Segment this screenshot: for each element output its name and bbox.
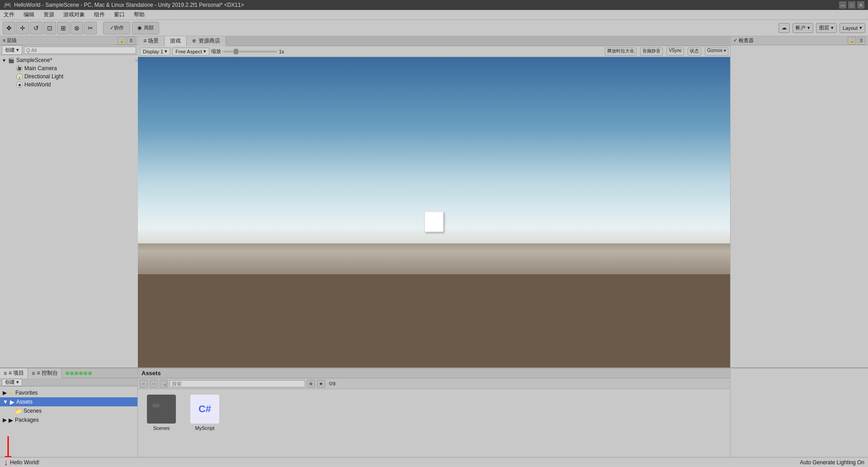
scale-tool-button[interactable]: ⊡	[43, 22, 56, 34]
progress-dot-6	[88, 372, 92, 375]
custom-editor-button[interactable]: ✂	[84, 22, 97, 34]
window-title: HelloWorld - SampleScene - PC, Mac & Lin…	[14, 2, 244, 8]
aspect-dropdown[interactable]: Free Aspect ▾	[172, 48, 209, 56]
hierarchy-menu-button[interactable]: ☰	[127, 37, 135, 45]
assets-arrow-icon: ▼	[3, 399, 8, 405]
game-tab[interactable]: 游戏	[165, 36, 187, 46]
hierarchy-item-main-camera[interactable]: 🎥 Main Camera	[0, 64, 138, 72]
assets-search-input[interactable]	[170, 380, 305, 387]
status-right-text: Auto Generate Lighting On	[800, 459, 864, 466]
scenes-folder-item[interactable]: 📁 Scenes	[0, 406, 137, 415]
move-tool-button[interactable]: ✛	[16, 22, 29, 34]
toolbar-right: ☁ 帐户 ▾ 图层 ▾ Layout ▾	[778, 23, 865, 33]
myscript-asset-item[interactable]: C# MyScript	[187, 395, 223, 431]
console-tab[interactable]: ≡ ≡ 控制台	[28, 368, 61, 378]
assets-root-item[interactable]: ▼ ▶ Assets	[0, 397, 137, 406]
rect-tool-button[interactable]: ⊞	[57, 22, 70, 34]
gizmos-button[interactable]: Gizmos ▾	[705, 48, 728, 56]
scene-file-icon: 🎬	[8, 57, 14, 63]
project-tab[interactable]: ≡ ≡ 项目	[0, 368, 28, 378]
aspect-label: Free Aspect	[175, 49, 202, 54]
assets-search-button[interactable]: 🔍	[160, 380, 168, 388]
myscript-asset-icon: C#	[190, 395, 219, 424]
menu-item-component[interactable]: 组件	[92, 10, 107, 19]
game-toolbar: Display 1 ▾ Free Aspect ▾ 缩放 1x	[138, 46, 730, 57]
inspector-menu-button[interactable]: ☰	[857, 37, 865, 45]
assets-main-panel: Assets ← → 🔍 ⊛ ★ ⊙ 9	[138, 368, 730, 467]
layout-dropdown[interactable]: Layout ▾	[840, 23, 865, 33]
hierarchy-search-input[interactable]	[24, 47, 136, 54]
assets-toolbar: ← → 🔍 ⊛ ★ ⊙ 9	[138, 378, 730, 389]
assets-forward-button[interactable]: →	[150, 380, 158, 388]
assets-star-button[interactable]: ★	[317, 380, 325, 388]
project-create-button[interactable]: 创建 ▾	[2, 379, 22, 386]
display-dropdown[interactable]: Display 1 ▾	[140, 48, 170, 56]
progress-dot-1	[66, 372, 69, 375]
zoom-value: 1x	[279, 49, 284, 54]
hierarchy-lock-button[interactable]: 🔒	[118, 37, 126, 45]
menu-item-file[interactable]: 文件	[2, 10, 16, 19]
main-camera-label: Main Camera	[24, 65, 57, 71]
mute-audio-button[interactable]: 音频静音	[640, 48, 663, 56]
transform-tool-button[interactable]: ⊛	[71, 22, 83, 34]
assets-filter-button[interactable]: ⊛	[307, 380, 315, 388]
services-button[interactable]: ◉ 局部	[132, 22, 159, 34]
packages-item[interactable]: ▶ ▶ Packages	[0, 415, 137, 424]
favorites-star-icon: ★	[9, 390, 14, 396]
progress-dot-4	[79, 372, 83, 375]
menu-item-assets[interactable]: 资源	[42, 10, 56, 19]
center-column: ≡ 场景 游戏 ⊕ 资源商店 Display 1 ▾	[138, 36, 730, 367]
myscript-asset-label: MyScript	[195, 425, 215, 431]
menu-item-gameobject[interactable]: 游戏对象	[61, 10, 87, 19]
close-button[interactable]: ✕	[857, 1, 864, 9]
scene-root-item[interactable]: ▼ 🎬 SampleScene* ≡	[0, 56, 138, 64]
scenes-label: Scenes	[24, 408, 42, 414]
scene-tab[interactable]: ≡ 场景	[138, 36, 165, 46]
project-tab-label: ≡ 项目	[9, 369, 24, 377]
zoom-slider-track[interactable]	[223, 51, 277, 52]
menu-item-help[interactable]: 帮助	[132, 10, 146, 19]
stats-button[interactable]: 状态	[688, 48, 701, 56]
hierarchy-item-directional-light[interactable]: 💡 Directional Light	[0, 72, 138, 81]
hand-tool-button[interactable]: ✥	[3, 22, 15, 34]
aspect-chevron-icon: ▾	[203, 48, 206, 54]
account-dropdown[interactable]: 帐户 ▾	[793, 23, 813, 33]
rotate-tool-button[interactable]: ↺	[30, 22, 42, 34]
helloworld-label: HelloWorld	[24, 81, 51, 88]
collab-label: ✓协作	[110, 24, 124, 31]
hierarchy-create-label: 创建 ▾	[5, 47, 19, 52]
zoom-label: 缩放	[211, 48, 221, 55]
game-canvas	[138, 57, 730, 367]
game-tab-label: 游戏	[170, 37, 181, 45]
scenes-asset-item[interactable]: Scenes	[143, 395, 179, 431]
zoom-control: 缩放 1x	[211, 48, 284, 55]
menu-item-edit[interactable]: 编辑	[22, 10, 36, 19]
cloud-button[interactable]: ☁	[778, 23, 790, 33]
assets-label: Assets	[16, 399, 33, 405]
game-object-cube	[425, 211, 443, 232]
hierarchy-item-helloworld[interactable]: ◉ HelloWorld	[0, 81, 138, 89]
project-tree: ▶ ★ Favorites ▼ ▶ Assets 📁	[0, 386, 137, 434]
inspector-lock-button[interactable]: 🔒	[848, 37, 856, 45]
project-panel: ≡ ≡ 项目 ≡ ≡ 控制台	[0, 368, 138, 467]
minimize-button[interactable]: —	[839, 1, 846, 9]
hierarchy-create-button[interactable]: 创建 ▾	[2, 45, 22, 55]
inspector-panel-header: ✓ 检查器 🔒 ☰	[731, 36, 868, 45]
zoom-slider-thumb[interactable]	[234, 49, 238, 54]
collab-button[interactable]: ✓协作	[103, 22, 130, 34]
vsync-button[interactable]: VSync	[666, 48, 684, 56]
progress-dot-3	[75, 372, 78, 375]
layers-dropdown[interactable]: 图层 ▾	[816, 23, 837, 33]
cloud-icon: ☁	[782, 25, 787, 31]
display-chevron-icon: ▾	[165, 48, 167, 54]
console-tab-icon: ≡	[32, 370, 35, 376]
inspector-bottom-panel	[730, 368, 868, 467]
favorites-item[interactable]: ▶ ★ Favorites	[0, 388, 137, 397]
maximize-button[interactable]: □	[848, 1, 855, 9]
inspector-panel: ✓ 检查器 🔒 ☰	[730, 36, 868, 367]
menu-item-window[interactable]: 窗口	[112, 10, 127, 19]
layout-chevron-icon: ▾	[859, 25, 862, 31]
asset-store-tab[interactable]: ⊕ 资源商店	[187, 36, 226, 46]
maximize-on-play-button[interactable]: 腾放时拉大化	[605, 48, 637, 56]
assets-back-button[interactable]: ←	[140, 380, 148, 388]
